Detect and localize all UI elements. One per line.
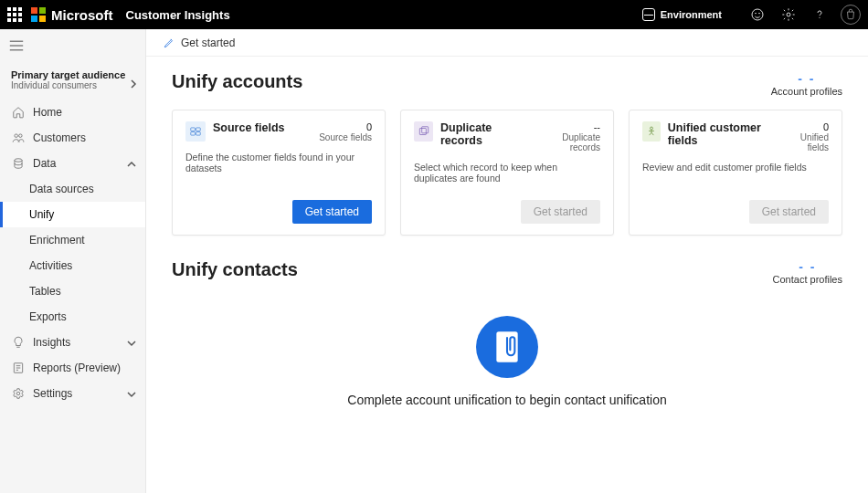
svg-rect-20 xyxy=(191,132,196,136)
card-metric-label: Source fields xyxy=(319,132,372,142)
svg-rect-19 xyxy=(196,128,201,131)
svg-point-24 xyxy=(650,127,652,130)
sidebar-item-reports[interactable]: Reports (Preview) xyxy=(0,355,145,381)
chevron-down-icon xyxy=(127,338,136,347)
sidebar-item-settings[interactable]: Settings xyxy=(0,381,145,406)
svg-point-11 xyxy=(15,159,22,163)
settings-icon[interactable] xyxy=(780,6,797,23)
svg-point-3 xyxy=(787,13,790,16)
main-content: Get started Unify accounts - - Account p… xyxy=(146,29,868,493)
brand-name: Microsoft xyxy=(51,7,113,23)
get-started-button[interactable]: Get started xyxy=(292,200,372,224)
get-started-link[interactable]: Get started xyxy=(163,37,235,49)
attachment-icon xyxy=(476,316,538,378)
account-profiles-summary: - - Account profiles xyxy=(771,71,842,97)
svg-point-17 xyxy=(16,392,20,395)
data-icon xyxy=(11,156,26,171)
sidebar-sub-tables[interactable]: Tables xyxy=(0,278,145,304)
get-started-button: Get started xyxy=(521,200,600,224)
card-unified-customer-fields: Unified customer fields 0 Unified fields… xyxy=(629,110,842,236)
sidebar-sub-data-sources[interactable]: Data sources xyxy=(0,176,145,202)
duplicate-records-icon xyxy=(414,121,433,142)
card-title: Source fields xyxy=(213,121,285,134)
environment-label: Environment xyxy=(661,9,722,20)
chevron-right-icon xyxy=(129,76,138,85)
app-header: Microsoft Customer Insights Environment xyxy=(0,0,868,29)
customers-icon xyxy=(11,131,26,145)
sidebar-sub-exports[interactable]: Exports xyxy=(0,304,145,330)
sidebar-item-label: Settings xyxy=(33,387,72,400)
unify-contacts-header: Unify contacts - - Contact profiles xyxy=(172,259,842,285)
sidebar-toggle-button[interactable] xyxy=(0,35,145,64)
audience-title: Primary target audience xyxy=(11,69,125,80)
card-title: Duplicate records xyxy=(440,121,533,147)
svg-rect-22 xyxy=(419,129,426,135)
section-title: Unify accounts xyxy=(172,71,302,92)
sidebar-item-insights[interactable]: Insights xyxy=(0,330,145,355)
svg-rect-21 xyxy=(196,132,201,136)
environment-switcher[interactable]: Environment xyxy=(642,8,722,21)
unify-accounts-header: Unify accounts - - Account profiles xyxy=(172,71,842,97)
svg-point-2 xyxy=(759,13,760,14)
reports-icon xyxy=(11,361,26,375)
sidebar-item-customers[interactable]: Customers xyxy=(0,125,145,151)
card-duplicate-records: Duplicate records -- Duplicate records S… xyxy=(400,110,614,236)
help-icon[interactable] xyxy=(811,6,828,23)
card-metric-label: Duplicate records xyxy=(533,132,600,152)
sidebar-item-label: Insights xyxy=(33,336,70,349)
sidebar-item-label: Reports (Preview) xyxy=(33,362,121,374)
sidebar-item-data[interactable]: Data xyxy=(0,151,145,176)
svg-point-5 xyxy=(819,17,820,18)
unified-fields-icon xyxy=(642,121,661,142)
app-launcher-icon[interactable] xyxy=(7,7,22,22)
card-metric-value: -- xyxy=(533,121,600,132)
svg-rect-23 xyxy=(421,127,428,133)
edit-icon xyxy=(163,37,175,49)
user-avatar[interactable] xyxy=(841,5,861,25)
command-bar: Get started xyxy=(146,29,868,57)
microsoft-logo-icon xyxy=(31,7,46,22)
svg-point-0 xyxy=(752,9,763,20)
contacts-empty-state: Complete account unification to begin co… xyxy=(172,298,842,416)
feedback-icon[interactable] xyxy=(749,6,766,23)
card-metric-value: 0 xyxy=(781,121,829,132)
source-fields-icon xyxy=(185,121,206,142)
sidebar-sub-unify[interactable]: Unify xyxy=(0,202,145,227)
sidebar-item-label: Customers xyxy=(33,131,86,144)
sidebar-sub-enrichment[interactable]: Enrichment xyxy=(0,227,145,253)
empty-state-message: Complete account unification to begin co… xyxy=(172,393,842,407)
card-description: Select which record to keep when duplica… xyxy=(414,162,600,184)
contact-profiles-summary: - - Contact profiles xyxy=(773,259,842,285)
unify-accounts-cards: Source fields 0 Source fields Define the… xyxy=(172,110,842,236)
insights-icon xyxy=(11,335,26,350)
environment-icon xyxy=(642,8,655,21)
card-title: Unified customer fields xyxy=(668,121,782,147)
audience-switcher[interactable]: Primary target audience Individual consu… xyxy=(0,64,145,100)
svg-rect-18 xyxy=(191,128,196,131)
product-name[interactable]: Customer Insights xyxy=(126,8,230,22)
sidebar-item-label: Home xyxy=(33,106,62,119)
sidebar: Primary target audience Individual consu… xyxy=(0,29,146,493)
sidebar-item-home[interactable]: Home xyxy=(0,100,145,125)
chevron-down-icon xyxy=(127,389,136,398)
card-metric-value: 0 xyxy=(319,121,372,132)
sidebar-item-label: Data xyxy=(33,157,56,170)
gear-icon xyxy=(11,386,26,401)
audience-value: Individual consumers xyxy=(11,80,125,90)
svg-point-9 xyxy=(15,134,17,138)
svg-point-1 xyxy=(756,13,757,14)
section-title: Unify contacts xyxy=(172,259,298,280)
card-description: Define the customer fields found in your… xyxy=(185,152,372,173)
card-source-fields: Source fields 0 Source fields Define the… xyxy=(172,110,386,236)
svg-point-10 xyxy=(19,134,22,138)
get-started-button: Get started xyxy=(749,200,829,224)
sidebar-sub-activities[interactable]: Activities xyxy=(0,253,145,278)
home-icon xyxy=(11,105,26,120)
card-description: Review and edit customer profile fields xyxy=(642,162,829,173)
card-metric-label: Unified fields xyxy=(781,132,829,152)
chevron-up-icon xyxy=(127,159,136,168)
